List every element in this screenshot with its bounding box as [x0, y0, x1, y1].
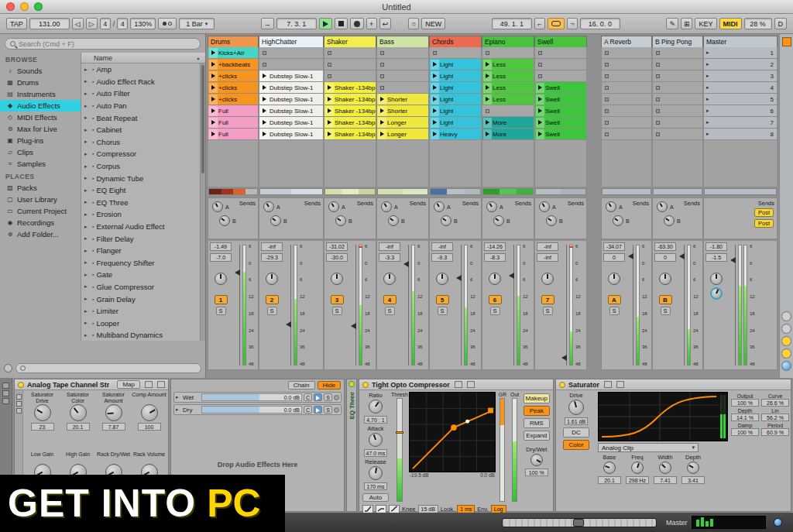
clip-slot[interactable]: Kicks+Air: [208, 47, 259, 59]
track-header[interactable]: Bass: [376, 36, 429, 47]
send-a-knob[interactable]: [486, 201, 497, 212]
speaker-icon[interactable]: [314, 406, 322, 414]
empty-clip-slot[interactable]: [324, 59, 376, 70]
clip-slot[interactable]: Swell: [534, 94, 587, 105]
clip-stop-button[interactable]: [656, 86, 660, 90]
transfer-curve-view-button[interactable]: [376, 505, 386, 513]
file-item[interactable]: ▸▪Audio Effect Rack: [81, 76, 200, 88]
device-on-button[interactable]: [18, 382, 24, 388]
clip-slot[interactable]: Light: [429, 105, 482, 117]
hot-swap-icon[interactable]: [157, 381, 165, 388]
macro-knob[interactable]: [141, 404, 158, 421]
chain-arm-button[interactable]: [334, 395, 339, 400]
track-header[interactable]: A Reverb: [601, 36, 652, 47]
fold-triangle-icon[interactable]: ▸: [84, 175, 90, 181]
clip-slot[interactable]: Light: [429, 94, 482, 105]
volume-value[interactable]: -3.3: [379, 253, 400, 262]
device-on-button[interactable]: [559, 382, 565, 388]
file-item[interactable]: ▸▪Auto Filter: [81, 88, 200, 100]
solo-button[interactable]: S: [332, 307, 342, 315]
metronome-button[interactable]: [158, 18, 177, 29]
file-item[interactable]: ▸▪Erosion: [81, 208, 200, 221]
clip-play-button[interactable]: [536, 94, 544, 105]
clip-stop-button[interactable]: [605, 74, 609, 78]
send-a-knob[interactable]: [212, 201, 223, 212]
scene-launch-icon[interactable]: ▸: [706, 73, 709, 79]
chain-volume-slider[interactable]: 0.0 dB: [201, 393, 302, 401]
fold-triangle-icon[interactable]: ▸: [84, 115, 90, 121]
scene-launch-icon[interactable]: ▸: [706, 131, 709, 137]
empty-clip-slot[interactable]: [601, 105, 652, 117]
fold-triangle-icon[interactable]: ▸: [84, 139, 90, 145]
track-activator-button[interactable]: 7: [541, 295, 554, 304]
clip-play-button[interactable]: [209, 118, 218, 128]
fold-triangle-icon[interactable]: ▸: [84, 211, 90, 218]
clip-play-button[interactable]: [378, 129, 386, 139]
empty-clip-slot[interactable]: [601, 117, 652, 129]
midi-map-button[interactable]: MIDI: [719, 18, 742, 29]
time-sig-denominator[interactable]: 4: [117, 18, 128, 29]
scene-slot[interactable]: ▸8: [703, 129, 778, 140]
file-item[interactable]: ▸▪Looper: [81, 317, 200, 329]
track-activator-button[interactable]: 5: [436, 295, 449, 304]
show-sends-button[interactable]: [781, 324, 791, 334]
macro-map-button[interactable]: Map: [117, 380, 140, 389]
fold-triangle-icon[interactable]: ▸: [84, 224, 90, 230]
sidebar-item-packs[interactable]: ▧Packs: [0, 182, 81, 194]
waveshaper-display[interactable]: [598, 392, 728, 441]
empty-clip-slot[interactable]: [324, 47, 376, 59]
fader-handle[interactable]: [561, 355, 567, 361]
volume-fader[interactable]: [350, 242, 358, 368]
clip-stop-button[interactable]: [328, 63, 331, 67]
send-b-knob[interactable]: [388, 215, 399, 226]
pan-knob[interactable]: [710, 273, 723, 285]
empty-clip-slot[interactable]: [652, 82, 703, 94]
clip-slot[interactable]: Dubstep Slow-1: [259, 82, 324, 94]
key-map-button[interactable]: KEY: [695, 18, 716, 29]
clip-play-button[interactable]: [209, 83, 218, 93]
empty-clip-slot[interactable]: [324, 70, 376, 82]
clip-slot[interactable]: Shaker -134bpm: [324, 94, 376, 105]
dc-filter-button[interactable]: DC: [563, 427, 589, 438]
sidebar-item-current-project[interactable]: ▭Current Project: [0, 205, 81, 217]
show-chains-button[interactable]: [16, 401, 22, 407]
overdub-button[interactable]: +: [366, 18, 377, 29]
post-button[interactable]: Post: [754, 219, 774, 228]
time-sig-numerator[interactable]: 4: [100, 18, 111, 29]
clip-stop-button[interactable]: [656, 121, 660, 125]
clip-play-button[interactable]: [483, 118, 492, 128]
volume-fader[interactable]: [234, 242, 242, 368]
sidebar-item-drums[interactable]: ▦Drums: [0, 77, 81, 88]
punch-in-button[interactable]: ⌐: [534, 18, 545, 29]
device-on-button[interactable]: [348, 381, 355, 387]
empty-clip-slot[interactable]: [429, 47, 482, 59]
clip-slot[interactable]: Heavy: [429, 129, 482, 140]
loop-button[interactable]: [548, 18, 565, 29]
scene-slot[interactable]: ▸6: [703, 105, 778, 117]
fold-device-icon[interactable]: [455, 381, 462, 388]
send-b-knob[interactable]: [546, 215, 557, 226]
empty-clip-slot[interactable]: [601, 47, 652, 59]
clip-play-button[interactable]: [536, 129, 544, 139]
quantization-menu[interactable]: 1 Bar ▾: [179, 18, 215, 29]
meter-peak-value[interactable]: -31.02: [326, 242, 348, 251]
meter-peak-value[interactable]: -63.30: [654, 242, 676, 251]
clip-stop-button[interactable]: [605, 98, 609, 101]
meter-peak-value[interactable]: -1.49: [210, 242, 232, 251]
scene-slot[interactable]: ▸4: [703, 82, 778, 94]
track-header[interactable]: B Ping Pong: [652, 36, 703, 47]
clip-slot[interactable]: Swell: [534, 105, 587, 117]
fader-handle[interactable]: [679, 253, 685, 259]
lookahead-value[interactable]: 1 ms: [457, 505, 475, 513]
clip-stop-button[interactable]: [656, 63, 660, 67]
param-value[interactable]: 100 %: [731, 399, 759, 407]
track-activator-button[interactable]: 2: [266, 295, 279, 304]
param-value[interactable]: 14.1 %: [731, 414, 759, 421]
fader-handle[interactable]: [286, 321, 291, 328]
param-value[interactable]: 60.9 %: [761, 428, 789, 436]
empty-clip-slot[interactable]: [652, 70, 703, 82]
scene-launch-icon[interactable]: ▸: [706, 84, 709, 91]
scrollbar-handle[interactable]: [201, 65, 204, 173]
chain-crossfade-button[interactable]: C: [304, 393, 312, 401]
param-value[interactable]: 100 %: [731, 428, 759, 436]
